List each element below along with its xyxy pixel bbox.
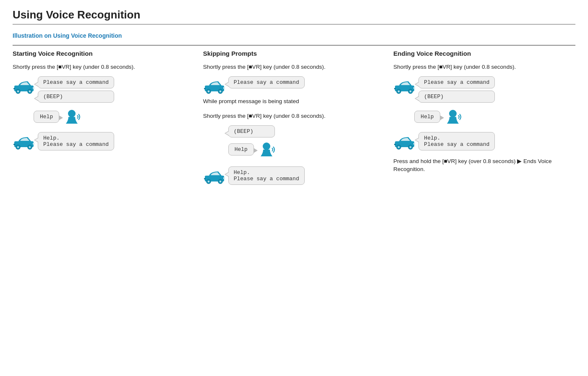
content-columns: Starting Voice Recognition Shortly press… — [13, 45, 575, 188]
starting-bubble-beep: (BEEP) — [38, 91, 114, 103]
ending-car-row-2: Help.Please say a command — [393, 132, 575, 150]
col-ending-body1: Shortly press the [■VR] key (under 0.8 s… — [393, 63, 575, 71]
starting-bubbles-2: Help.Please say a command — [38, 132, 114, 150]
ending-help-bubble: Help — [414, 111, 440, 123]
page-title: Using Voice Recognition — [13, 8, 575, 21]
col-skipping-body2: Shortly press the [■VR] key (under 0.8 s… — [203, 112, 385, 120]
ending-head-icon — [444, 109, 461, 125]
starting-bubbles-1: Please say a command (BEEP) — [38, 76, 114, 103]
col-ending-body2: Press and hold the [■VR] key (over 0.8 s… — [393, 157, 575, 174]
skipping-beep-help-group: (BEEP) Help — [228, 125, 275, 158]
col-ending: Ending Voice Recognition Shortly press t… — [393, 45, 575, 188]
skipping-car-icon-2 — [203, 168, 226, 184]
skipping-bubbles-2: Help.Please say a command — [228, 166, 305, 185]
starting-car-icon-2 — [13, 134, 35, 150]
skipping-help-bubble: Help — [228, 143, 254, 156]
skipping-while-text: While prompt message is being stated — [203, 97, 385, 106]
starting-bubble-command: Please say a command — [38, 76, 114, 88]
ending-bubble-help-please: Help.Please say a command — [418, 132, 495, 150]
skipping-bubble-command: Please say a command — [228, 76, 305, 88]
col-starting-body1: Shortly press the [■VR] key (under 0.8 s… — [13, 63, 195, 71]
ending-bubbles-2: Help.Please say a command — [418, 132, 495, 150]
skipping-car-row-2: Help.Please say a command — [203, 166, 385, 185]
col-skipping-title: Skipping Prompts — [203, 50, 385, 57]
starting-car-row-1: Please say a command (BEEP) — [13, 76, 195, 103]
col-skipping: Skipping Prompts Shortly press the [■VR]… — [203, 45, 394, 188]
starting-car-icon-1 — [13, 78, 35, 94]
col-ending-title: Ending Voice Recognition — [393, 50, 575, 57]
skipping-bubble-help-please: Help.Please say a command — [228, 166, 305, 185]
skipping-car-row-1: Please say a command — [203, 76, 385, 94]
illustration-label: Illustration on Using Voice Recognition — [13, 32, 575, 39]
ending-car-icon-2 — [393, 134, 416, 150]
starting-head-icon — [63, 109, 80, 125]
starting-car-row-2: Help.Please say a command — [13, 132, 195, 150]
ending-car-row-1: Please say a command (BEEP) — [393, 76, 575, 103]
ending-help-row: Help — [414, 109, 575, 125]
starting-help-row: Help — [34, 109, 195, 125]
skipping-bubble-beep: (BEEP) — [228, 125, 275, 137]
ending-bubble-command: Please say a command — [418, 76, 495, 88]
skipping-head-icon — [258, 141, 275, 158]
col-starting-title: Starting Voice Recognition — [13, 50, 195, 57]
starting-help-bubble: Help — [34, 111, 59, 123]
col-skipping-body1: Shortly press the [■VR] key (under 0.8 s… — [203, 63, 385, 71]
ending-bubbles-1: Please say a command (BEEP) — [418, 76, 495, 103]
ending-bubble-beep: (BEEP) — [418, 91, 495, 103]
col-starting: Starting Voice Recognition Shortly press… — [13, 45, 203, 188]
skipping-car-icon-1 — [203, 78, 226, 94]
skipping-beep-help-row: (BEEP) Help — [203, 125, 385, 158]
starting-bubble-help-please: Help.Please say a command — [38, 132, 114, 150]
title-divider — [13, 24, 575, 25]
skipping-bubbles-1: Please say a command — [228, 76, 305, 88]
ending-car-icon-1 — [393, 78, 416, 94]
